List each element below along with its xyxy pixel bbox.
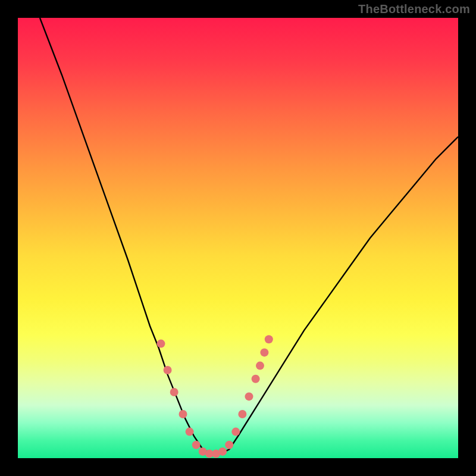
curve-marker [231, 428, 240, 436]
curve-marker [260, 348, 268, 356]
curve-marker [164, 366, 172, 374]
chart-stage: TheBottleneck.com [0, 0, 476, 476]
curve-layer [18, 18, 458, 458]
curve-marker [157, 340, 165, 348]
curve-marker [256, 362, 264, 370]
watermark-text: TheBottleneck.com [358, 2, 470, 16]
curve-marker [170, 388, 178, 396]
curve-marker [179, 410, 187, 418]
curve-marker [225, 441, 233, 449]
curve-marker [245, 392, 253, 400]
bottleneck-curve [40, 18, 458, 454]
curve-marker [186, 428, 194, 436]
curve-marker [218, 447, 227, 456]
plot-area [18, 18, 458, 458]
curve-marker [192, 441, 201, 449]
curve-marker [252, 375, 260, 383]
marker-group [157, 335, 273, 458]
curve-marker [238, 410, 246, 418]
curve-marker [265, 335, 273, 343]
